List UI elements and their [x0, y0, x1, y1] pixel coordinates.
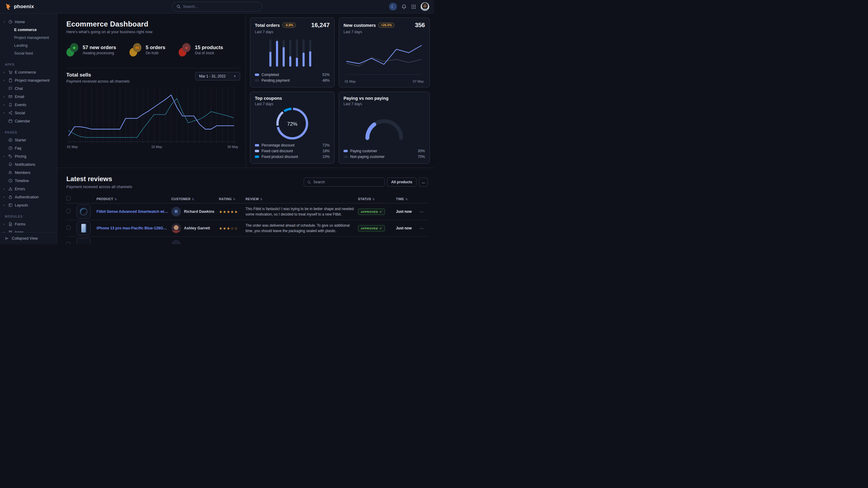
legend-swatch [255, 150, 259, 152]
customer-avatar [171, 240, 181, 244]
dashboard-top-section: Ecommerce Dashboard Here's what's going … [57, 13, 434, 168]
product-thumbnail[interactable] [76, 238, 91, 244]
table-row: Fitbit Sense Advanced Smartwatch with To… [66, 203, 428, 220]
sidebar-item-starter[interactable]: Starter [0, 136, 57, 144]
table-header-row: PRODUCTCUSTOMERRATINGREVIEWSTATUSTIME [66, 194, 428, 203]
brand[interactable]: phoenix [4, 3, 57, 10]
collapsed-view-toggle[interactable]: Collapsed View [0, 232, 57, 244]
global-search[interactable] [172, 2, 262, 11]
sidebar-item-authentication[interactable]: ▸Authentication [0, 193, 57, 201]
sidebar-item-events[interactable]: ▸Events [0, 101, 57, 109]
sidebar-item-chat[interactable]: Chat [0, 85, 57, 93]
sidebar-section-label-pages: PAGES [0, 128, 57, 136]
new-customers-value: 356 [415, 22, 425, 29]
stat-value: 57 new orders [83, 44, 116, 50]
sidebar-item-project-management[interactable]: ▸Project management [0, 76, 57, 85]
caret-icon: ▸ [4, 155, 6, 158]
column-header-product[interactable]: PRODUCT [96, 197, 169, 201]
legend-percentage-discount: Percentage discount72% [255, 142, 330, 148]
row-more-button[interactable]: ⋯ [420, 226, 428, 231]
reviews-search[interactable] [304, 177, 384, 187]
chevron-down-icon: ▼ [234, 75, 236, 78]
legend-fixed-card-discount: Fixed card discount18% [255, 148, 330, 154]
product-link[interactable]: iPhone 13 pro max-Pacific Blue-128GB sto… [96, 226, 169, 230]
product-link[interactable]: Fitbit Sense Advanced Smartwatch with To… [96, 209, 169, 214]
sidebar-item-faq[interactable]: Faq [0, 144, 57, 152]
check-icon: ✓ [379, 227, 382, 230]
review-time: Just now [396, 226, 417, 230]
sidebar-item-errors[interactable]: ▸Errors [0, 185, 57, 193]
sidebar-item-forms[interactable]: ▸Forms [0, 220, 57, 228]
sidebar-item-home[interactable]: ▾Home [0, 18, 57, 26]
legend-label: Completed [261, 73, 279, 77]
customer-avatar [171, 223, 181, 233]
row-more-button[interactable]: ⋯ [420, 209, 428, 214]
legend-label: Pending payment [261, 78, 289, 83]
legend-completed: Completed52% [255, 72, 330, 77]
sidebar-item-e-commerce[interactable]: E commerce [0, 26, 57, 34]
search-input[interactable] [183, 4, 258, 9]
legend-swatch [255, 156, 259, 158]
more-options-button[interactable]: ... [419, 177, 428, 187]
column-header-status[interactable]: STATUS [358, 197, 394, 201]
sidebar-item-layouts[interactable]: ▸Layouts [0, 201, 57, 209]
sidebar-item-social[interactable]: ▸Social [0, 109, 57, 117]
column-header-review[interactable]: REVIEW [246, 197, 355, 201]
card-title: Paying vs non paying [343, 96, 389, 101]
column-header-time[interactable]: TIME [396, 197, 417, 201]
sidebar-item-project-management[interactable]: Project management [0, 34, 57, 42]
legend-value: 52% [322, 73, 330, 77]
date-range-select[interactable]: Mar 1 - 31, 2022 ▼ [195, 72, 240, 80]
theme-toggle-moon-icon[interactable]: ☾ [389, 3, 397, 10]
lock-icon [8, 195, 13, 199]
card-title: Top coupons [255, 96, 282, 101]
sidebar-item-timeline[interactable]: Timeline [0, 176, 57, 185]
row-checkbox[interactable] [66, 209, 70, 213]
legend-swatch [255, 73, 259, 76]
card-subtitle: Last 7 days [255, 102, 330, 106]
stat-sublabel: Awating processing [83, 51, 116, 55]
page-title: Ecommerce Dashboard [66, 20, 240, 28]
product-thumbnail[interactable] [76, 205, 91, 219]
column-header-customer[interactable]: CUSTOMER [171, 197, 217, 201]
product-thumbnail[interactable] [76, 221, 91, 235]
top-navbar: phoenix ☾ [0, 0, 434, 13]
row-checkbox[interactable] [66, 242, 70, 244]
row-checkbox[interactable] [66, 225, 70, 230]
caret-icon: ▾ [4, 21, 6, 23]
sidebar-item-icons[interactable]: ▸Icons [0, 228, 57, 232]
sidebar-item-calendar[interactable]: Calendar [0, 117, 57, 125]
column-header-rating[interactable]: RATING [219, 197, 243, 201]
sidebar-section-label-modules: MODULES [0, 212, 57, 220]
review-time: Just now [396, 209, 417, 214]
sidebar-item-landing[interactable]: Landing [0, 42, 57, 50]
sidebar-item-members[interactable]: Members [0, 168, 57, 176]
caret-icon: ▸ [4, 71, 6, 73]
caret-icon: ▸ [4, 95, 6, 98]
apps-grid-icon[interactable] [411, 4, 416, 9]
all-products-button[interactable]: All products [387, 177, 416, 187]
collapse-icon [5, 236, 9, 240]
legend-paying-customer: Paying customer30% [343, 148, 425, 154]
sidebar-item-social-feed[interactable]: Social feed [0, 50, 57, 57]
sidebar-item-email[interactable]: ▸Email [0, 93, 57, 101]
caret-icon: ▸ [4, 223, 6, 225]
select-all-checkbox[interactable] [66, 196, 70, 200]
share-icon [8, 110, 13, 115]
caret-icon: ▸ [4, 103, 6, 106]
stat-value: 5 orders [146, 44, 165, 50]
question-icon [8, 146, 13, 151]
notifications-bell-icon[interactable] [401, 4, 407, 10]
reviews-search-input[interactable] [313, 180, 381, 184]
calendar-icon [8, 119, 13, 123]
compass-icon [8, 138, 13, 142]
clock-icon [8, 178, 13, 183]
total-orders-bar-chart [255, 34, 330, 72]
sidebar-item-notifications[interactable]: Notifications [0, 160, 57, 168]
review-text: The order was delivered ahead of schedul… [246, 223, 355, 234]
legend-value: 18% [322, 149, 330, 153]
sidebar-item-pricing[interactable]: ▸Pricing [0, 152, 57, 160]
user-avatar[interactable] [421, 2, 430, 11]
file-icon [8, 222, 13, 226]
sidebar-item-e-commerce[interactable]: ▸E commerce [0, 68, 57, 76]
